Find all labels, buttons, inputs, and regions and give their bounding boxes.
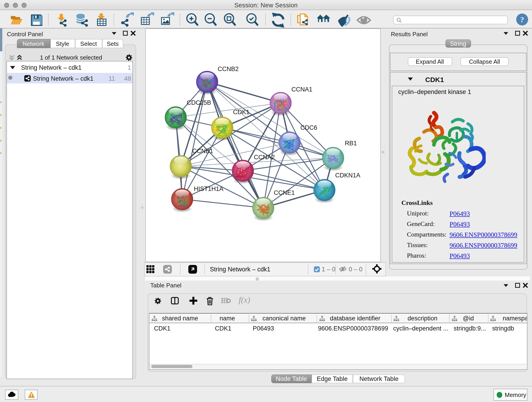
svg-text:HIST1H1A: HIST1H1A — [194, 185, 223, 192]
svg-text:CCNB2: CCNB2 — [217, 65, 239, 72]
svg-text:CDK1: CDK1 — [233, 108, 249, 115]
svg-text:CDKN1A: CDKN1A — [335, 172, 360, 179]
svg-text:CCNA1: CCNA1 — [291, 86, 312, 93]
svg-text:CCNA2: CCNA2 — [254, 153, 275, 160]
svg-text:RB1: RB1 — [345, 140, 357, 147]
svg-text:CDC6: CDC6 — [300, 124, 317, 131]
svg-text:?: ? — [520, 15, 524, 24]
svg-text:CCNE1: CCNE1 — [273, 189, 295, 196]
svg-text:CDC25B: CDC25B — [186, 99, 211, 106]
svg-text:CCNB1: CCNB1 — [192, 147, 213, 154]
